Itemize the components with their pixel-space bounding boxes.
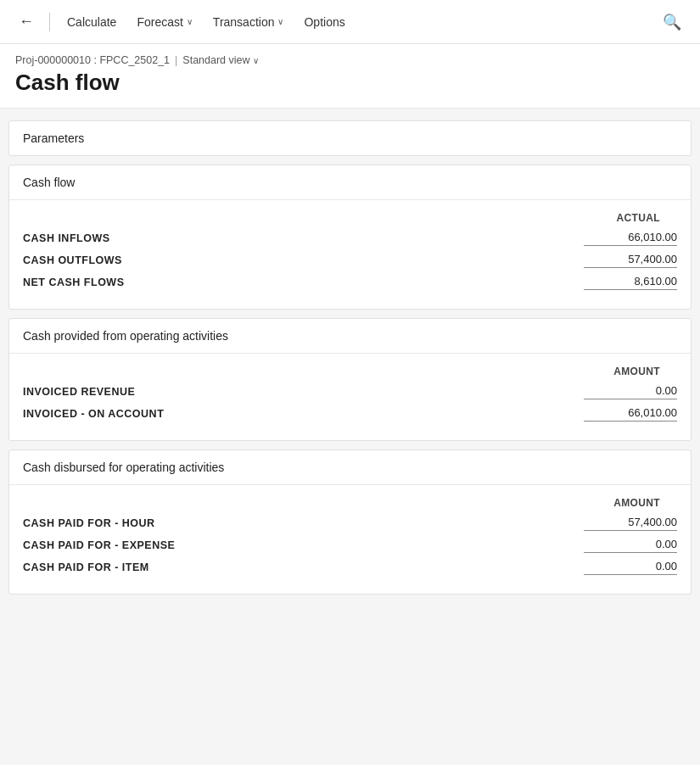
operating-disbursed-col-headers: AMOUNT: [23, 497, 677, 509]
calculate-label: Calculate: [67, 15, 116, 29]
transaction-button[interactable]: Transaction ∨: [204, 10, 293, 34]
cash-paid-expense-label: CASH PAID FOR - EXPENSE: [23, 539, 175, 551]
invoiced-on-account-label: INVOICED - ON ACCOUNT: [23, 408, 164, 420]
invoiced-revenue-value: 0.00: [584, 384, 677, 399]
nav-bar: ← Calculate Forecast ∨ Transaction ∨ Opt…: [0, 0, 700, 44]
cash-paid-hour-value: 57,400.00: [584, 516, 677, 531]
cash-paid-item-label: CASH PAID FOR - ITEM: [23, 561, 149, 573]
forecast-chevron-icon: ∨: [187, 17, 193, 26]
table-row: CASH PAID FOR - EXPENSE 0.00: [23, 534, 677, 556]
table-row: CASH PAID FOR - HOUR 57,400.00: [23, 512, 677, 534]
cash-flow-table: ACTUAL CASH INFLOWS 66,010.00 CASH OUTFL…: [23, 212, 677, 293]
cash-flow-body: ACTUAL CASH INFLOWS 66,010.00 CASH OUTFL…: [9, 200, 691, 309]
transaction-chevron-icon: ∨: [277, 17, 283, 26]
breadcrumb-project: Proj-000000010 : FPCC_2502_1: [15, 54, 170, 66]
breadcrumb: Proj-000000010 : FPCC_2502_1 | Standard …: [15, 54, 685, 66]
view-chevron-icon: ∨: [253, 56, 259, 65]
search-button[interactable]: 🔍: [656, 9, 688, 35]
operating-disbursed-header: Cash disbursed for operating activities: [9, 450, 691, 485]
cash-flow-header: Cash flow: [9, 165, 691, 200]
operating-disbursed-section: Cash disbursed for operating activities …: [8, 450, 692, 595]
nav-divider: [49, 13, 50, 31]
invoiced-on-account-value: 66,010.00: [584, 406, 677, 422]
options-button[interactable]: Options: [295, 10, 353, 34]
cash-flow-section: Cash flow ACTUAL CASH INFLOWS 66,010.00 …: [8, 165, 692, 310]
table-row: CASH PAID FOR - ITEM 0.00: [23, 556, 677, 578]
breadcrumb-view-label: Standard view: [182, 54, 249, 66]
cash-flow-col-actual: ACTUAL: [567, 212, 660, 224]
invoiced-revenue-label: INVOICED REVENUE: [23, 386, 135, 398]
operating-disbursed-table: AMOUNT CASH PAID FOR - HOUR 57,400.00 CA…: [23, 497, 677, 578]
operating-provided-body: AMOUNT INVOICED REVENUE 0.00 INVOICED - …: [9, 354, 691, 440]
search-icon: 🔍: [663, 14, 681, 31]
options-label: Options: [304, 15, 344, 29]
calculate-button[interactable]: Calculate: [59, 10, 125, 34]
main-content: Parameters Cash flow ACTUAL CASH INFLOWS…: [0, 109, 700, 606]
table-row: NET CASH FLOWS 8,610.00: [23, 271, 677, 293]
operating-provided-section: Cash provided from operating activities …: [8, 318, 692, 441]
cash-outflows-value: 57,400.00: [584, 253, 677, 268]
operating-disbursed-body: AMOUNT CASH PAID FOR - HOUR 57,400.00 CA…: [9, 485, 691, 594]
table-row: INVOICED - ON ACCOUNT 66,010.00: [23, 403, 677, 425]
cash-inflows-label: CASH INFLOWS: [23, 232, 110, 244]
operating-provided-col-headers: AMOUNT: [23, 366, 677, 377]
cash-outflows-label: CASH OUTFLOWS: [23, 254, 122, 266]
title-area: Proj-000000010 : FPCC_2502_1 | Standard …: [0, 44, 700, 109]
breadcrumb-view[interactable]: Standard view ∨: [182, 54, 258, 66]
cash-paid-expense-value: 0.00: [584, 538, 677, 553]
cash-paid-item-value: 0.00: [584, 560, 677, 575]
back-button[interactable]: ←: [12, 9, 41, 34]
operating-disbursed-col-amount: AMOUNT: [567, 497, 660, 509]
cash-paid-hour-label: CASH PAID FOR - HOUR: [23, 517, 155, 529]
net-cash-flows-value: 8,610.00: [584, 275, 677, 290]
parameters-header: Parameters: [9, 121, 691, 155]
parameters-section: Parameters: [8, 120, 692, 156]
transaction-label: Transaction: [213, 15, 275, 29]
forecast-button[interactable]: Forecast ∨: [128, 10, 200, 34]
operating-provided-col-amount: AMOUNT: [567, 366, 660, 377]
operating-provided-header: Cash provided from operating activities: [9, 319, 691, 354]
forecast-label: Forecast: [137, 15, 182, 29]
breadcrumb-separator: |: [175, 54, 177, 66]
table-row: CASH OUTFLOWS 57,400.00: [23, 249, 677, 271]
table-row: INVOICED REVENUE 0.00: [23, 381, 677, 403]
page-title: Cash flow: [15, 70, 685, 96]
table-row: CASH INFLOWS 66,010.00: [23, 227, 677, 249]
net-cash-flows-label: NET CASH FLOWS: [23, 276, 125, 288]
cash-flow-col-headers: ACTUAL: [23, 212, 677, 224]
cash-inflows-value: 66,010.00: [584, 231, 677, 246]
operating-provided-table: AMOUNT INVOICED REVENUE 0.00 INVOICED - …: [23, 366, 677, 425]
